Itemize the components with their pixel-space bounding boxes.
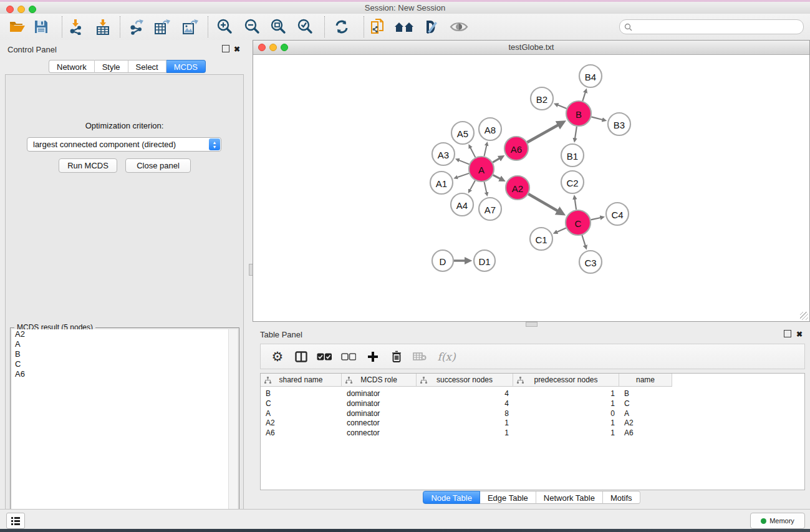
- table-cell[interactable]: 1: [513, 389, 619, 399]
- add-column-button[interactable]: [362, 344, 383, 369]
- deselect-all-columns-button[interactable]: [338, 344, 359, 369]
- edge-A-A8[interactable]: [484, 145, 486, 156]
- edge-A-A6[interactable]: [493, 158, 499, 162]
- main-titlebar[interactable]: Session: New Session: [0, 2, 810, 14]
- table-cell[interactable]: 8: [417, 409, 513, 418]
- close-table-panel-icon[interactable]: ✖: [796, 330, 803, 339]
- node-A3[interactable]: A3: [432, 143, 455, 165]
- table-cell[interactable]: 4: [417, 399, 513, 409]
- edge-A-A5[interactable]: [470, 148, 475, 158]
- node-A4[interactable]: A4: [451, 193, 473, 216]
- frame-resize-grip[interactable]: [800, 312, 808, 320]
- edge-A6-B[interactable]: [527, 125, 558, 142]
- edge-A-A2[interactable]: [493, 175, 501, 179]
- mcds-result-item[interactable]: B: [12, 349, 229, 359]
- network-frame-titlebar[interactable]: testGlobe.txt: [253, 41, 809, 55]
- column-header-shared-name[interactable]: shared name: [261, 374, 342, 387]
- node-C[interactable]: C: [566, 210, 591, 235]
- home-view-button[interactable]: [393, 16, 415, 38]
- table-cell[interactable]: 1: [513, 428, 619, 438]
- table-cell[interactable]: 1: [417, 428, 513, 438]
- table-cell[interactable]: connector: [342, 428, 417, 438]
- criterion-select[interactable]: largest connected component (directed) ▲…: [27, 137, 221, 152]
- node-C2[interactable]: C2: [561, 171, 584, 193]
- edge-B-B1[interactable]: [575, 127, 577, 138]
- export-image-button[interactable]: [179, 16, 201, 38]
- node-C4[interactable]: C4: [606, 203, 629, 225]
- table-cell[interactable]: B: [261, 389, 342, 399]
- edge-C-C1[interactable]: [557, 228, 566, 231]
- zoom-fit-button[interactable]: [267, 16, 289, 38]
- column-header-name[interactable]: name: [619, 374, 672, 387]
- node-B[interactable]: B: [566, 101, 591, 126]
- import-network-button[interactable]: [65, 16, 87, 38]
- search-input[interactable]: [635, 21, 798, 32]
- column-header-successor-nodes[interactable]: successor nodes: [417, 374, 513, 387]
- table-cell[interactable]: A2: [619, 418, 672, 428]
- function-builder-button[interactable]: f(x): [433, 344, 460, 369]
- table-tab-node-table[interactable]: Node Table: [423, 491, 480, 504]
- mcds-result-list[interactable]: A2ABCA6: [12, 329, 229, 532]
- table-cell[interactable]: A2: [261, 418, 342, 428]
- toggle-visibility-button[interactable]: [448, 16, 470, 38]
- table-cell[interactable]: A: [261, 409, 342, 418]
- table-cell[interactable]: connector: [342, 418, 417, 428]
- node-C3[interactable]: C3: [579, 251, 602, 273]
- mcds-list-scrollbar[interactable]: [228, 329, 238, 532]
- node-A1[interactable]: A1: [430, 172, 453, 194]
- edge-C-C2[interactable]: [575, 199, 576, 210]
- node-B4[interactable]: B4: [579, 65, 602, 87]
- zoom-selected-button[interactable]: [294, 16, 316, 38]
- node-B1[interactable]: B1: [561, 144, 584, 167]
- tab-select[interactable]: Select: [128, 60, 166, 73]
- save-session-button[interactable]: [30, 16, 52, 38]
- refresh-layout-button[interactable]: [330, 16, 353, 38]
- console-button[interactable]: [6, 513, 25, 529]
- node-D1[interactable]: D1: [474, 250, 495, 271]
- table-cell[interactable]: 1: [417, 418, 513, 428]
- table-cell[interactable]: A6: [261, 428, 342, 438]
- edge-B-B2[interactable]: [557, 105, 566, 109]
- horizontal-splitter-grip[interactable]: [526, 322, 538, 327]
- table-cell[interactable]: B: [619, 389, 672, 399]
- delete-column-button[interactable]: [386, 344, 407, 369]
- table-cell[interactable]: A6: [619, 428, 672, 438]
- float-table-panel-icon[interactable]: [784, 330, 791, 339]
- table-cell[interactable]: C: [261, 399, 342, 409]
- clone-network-button[interactable]: [367, 16, 390, 38]
- edge-C-C4[interactable]: [591, 218, 600, 220]
- annotation-mode-button[interactable]: [420, 16, 442, 38]
- column-header-MCDS-role[interactable]: MCDS role: [342, 374, 417, 387]
- node-B2[interactable]: B2: [531, 87, 553, 110]
- node-D[interactable]: D: [432, 250, 453, 271]
- zoom-in-button[interactable]: [213, 16, 236, 38]
- edge-C-C3[interactable]: [582, 235, 585, 246]
- close-panel-button[interactable]: Close panel: [125, 158, 191, 173]
- table-cell[interactable]: 1: [513, 399, 619, 409]
- zoom-out-button[interactable]: [241, 16, 263, 38]
- table-tab-network-table[interactable]: Network Table: [536, 491, 603, 504]
- tab-mcds[interactable]: MCDS: [166, 60, 206, 73]
- table-cell[interactable]: dominator: [342, 399, 417, 409]
- node-A8[interactable]: A8: [479, 118, 501, 140]
- node-A2[interactable]: A2: [506, 176, 529, 200]
- table-tab-motifs[interactable]: Motifs: [603, 491, 640, 504]
- node-B3[interactable]: B3: [608, 113, 630, 135]
- edge-A-A3[interactable]: [459, 160, 470, 164]
- memory-button[interactable]: Memory: [750, 513, 805, 529]
- run-mcds-button[interactable]: Run MCDS: [59, 158, 117, 173]
- table-cell[interactable]: 0: [513, 409, 619, 418]
- node-A7[interactable]: A7: [479, 198, 501, 220]
- close-panel-icon[interactable]: ✖: [234, 45, 240, 54]
- node-C1[interactable]: C1: [530, 228, 552, 250]
- table-options-button[interactable]: ⚙: [267, 344, 288, 369]
- horizontal-splitter[interactable]: [253, 322, 810, 327]
- edge-B-B4[interactable]: [582, 92, 585, 101]
- network-canvas[interactable]: AA1A2A3A4A5A6A7A8BB1B2B3B4CC1C2C3C4DD1: [253, 54, 809, 322]
- table-cell[interactable]: 4: [417, 389, 513, 399]
- export-table-button[interactable]: [151, 16, 173, 38]
- delete-table-button[interactable]: [409, 344, 430, 369]
- edge-A-A1[interactable]: [457, 173, 469, 177]
- mcds-result-item[interactable]: A6: [12, 369, 229, 379]
- import-table-button[interactable]: [92, 16, 114, 38]
